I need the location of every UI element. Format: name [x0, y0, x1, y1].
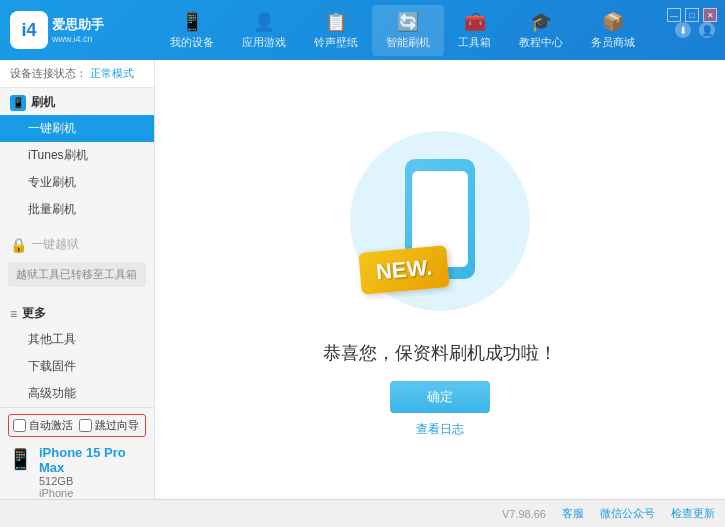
main-layout: 设备连接状态： 正常模式 📱 刷机 一键刷机 iTunes刷机 专业刷机 批量刷…: [0, 60, 725, 499]
lock-icon: 🔒: [10, 237, 27, 253]
confirm-button[interactable]: 确定: [390, 381, 490, 413]
nav-tab-service[interactable]: 📦 务员商城: [577, 5, 649, 56]
breadcrumb-status: 正常模式: [90, 67, 134, 79]
app-footer: V7.98.66 客服 微信公众号 检查更新: [0, 499, 725, 527]
nav-tab-apps[interactable]: 👤 应用游戏: [228, 5, 300, 56]
my-device-icon: 📱: [181, 11, 203, 33]
sparkle-3: ✦: [513, 265, 525, 281]
footer-link-service[interactable]: 客服: [562, 506, 584, 521]
tools-icon: 🧰: [464, 11, 486, 33]
header-right: ⬇ 👤: [675, 22, 715, 38]
quick-guide-checkbox[interactable]: 跳过向导: [79, 418, 139, 433]
sidebar-item-jailbreak: 🔒 一键越狱: [0, 231, 154, 258]
apps-icon: 👤: [253, 11, 275, 33]
sidebar-item-download-firmware[interactable]: 下载固件: [0, 353, 154, 380]
main-nav: 📱 我的设备 👤 应用游戏 📋 铃声壁纸 🔄 智能刷机 🧰 工具箱 🎓 教程中心…: [130, 5, 675, 56]
quick-guide-input[interactable]: [79, 419, 92, 432]
sidebar-item-other-tools[interactable]: 其他工具: [0, 326, 154, 353]
logo-area: i4 爱思助手 www.i4.cn: [10, 11, 130, 49]
checkbox-row: 自动激活 跳过向导: [8, 414, 146, 437]
flash-section-title: 📱 刷机: [0, 88, 154, 115]
breadcrumb-prefix: 设备连接状态：: [10, 67, 87, 79]
sidebar-item-one-key-flash[interactable]: 一键刷机: [0, 115, 154, 142]
user-btn[interactable]: 👤: [699, 22, 715, 38]
sparkle-1: ✦: [360, 141, 372, 157]
logo-text: 爱思助手 www.i4.cn: [52, 16, 104, 44]
device-type: iPhone: [39, 487, 146, 499]
success-image: ✦ ✦ ✦ NEW.: [340, 121, 540, 321]
device-storage: 512GB: [39, 475, 146, 487]
sidebar: 设备连接状态： 正常模式 📱 刷机 一键刷机 iTunes刷机 专业刷机 批量刷…: [0, 60, 155, 499]
disabled-notice: 越狱工具已转移至工具箱: [8, 262, 146, 287]
device-details: iPhone 15 Pro Max 512GB iPhone: [39, 445, 146, 499]
download-btn[interactable]: ⬇: [675, 22, 691, 38]
breadcrumb-bar: 设备连接状态： 正常模式: [0, 60, 154, 88]
success-title: 恭喜您，保资料刷机成功啦！: [323, 341, 557, 365]
sidebar-item-pro-flash[interactable]: 专业刷机: [0, 169, 154, 196]
footer-right: V7.98.66 客服 微信公众号 检查更新: [502, 506, 715, 521]
ringtone-icon: 📋: [325, 11, 347, 33]
footer-link-wechat[interactable]: 微信公众号: [600, 506, 655, 521]
brand-name: 爱思助手: [52, 16, 104, 34]
nav-tab-smart-flash[interactable]: 🔄 智能刷机: [372, 5, 444, 56]
logo-icon: i4: [10, 11, 48, 49]
tutorial-icon: 🎓: [530, 11, 552, 33]
window-controls: — □ ✕: [667, 8, 717, 22]
close-btn[interactable]: ✕: [703, 8, 717, 22]
service-icon: 📦: [602, 11, 624, 33]
sidebar-item-batch-flash[interactable]: 批量刷机: [0, 196, 154, 223]
nav-tab-tools[interactable]: 🧰 工具箱: [444, 5, 505, 56]
sidebar-item-advanced[interactable]: 高级功能: [0, 380, 154, 407]
footer-version: V7.98.66: [502, 508, 546, 520]
new-banner: NEW.: [358, 245, 450, 295]
device-phone-icon: 📱: [8, 447, 33, 471]
device-info: 📱 iPhone 15 Pro Max 512GB iPhone: [8, 441, 146, 499]
sparkle-2: ✦: [503, 141, 515, 157]
nav-tab-my-device[interactable]: 📱 我的设备: [156, 5, 228, 56]
brand-site: www.i4.cn: [52, 34, 104, 44]
sidebar-item-itunes-flash[interactable]: iTunes刷机: [0, 142, 154, 169]
smart-flash-icon: 🔄: [397, 11, 419, 33]
device-name: iPhone 15 Pro Max: [39, 445, 146, 475]
footer-link-update[interactable]: 检查更新: [671, 506, 715, 521]
more-icon: ≡: [10, 307, 17, 321]
flash-section-icon: 📱: [10, 95, 26, 111]
maximize-btn[interactable]: □: [685, 8, 699, 22]
nav-tab-tutorial[interactable]: 🎓 教程中心: [505, 5, 577, 56]
minimize-btn[interactable]: —: [667, 8, 681, 22]
more-section-title: ≡ 更多: [0, 299, 154, 326]
auto-activate-input[interactable]: [13, 419, 26, 432]
main-content: ✦ ✦ ✦ NEW. 恭喜您，保资料刷机成功啦！ 确定 查看日志: [155, 60, 725, 499]
auto-activate-checkbox[interactable]: 自动激活: [13, 418, 73, 433]
log-link[interactable]: 查看日志: [416, 421, 464, 438]
app-header: i4 爱思助手 www.i4.cn 📱 我的设备 👤 应用游戏 📋 铃声壁纸 🔄…: [0, 0, 725, 60]
nav-tab-ringtone[interactable]: 📋 铃声壁纸: [300, 5, 372, 56]
sidebar-bottom: 自动激活 跳过向导 📱 iPhone 15 Pro Max 512GB iPho…: [0, 407, 154, 499]
